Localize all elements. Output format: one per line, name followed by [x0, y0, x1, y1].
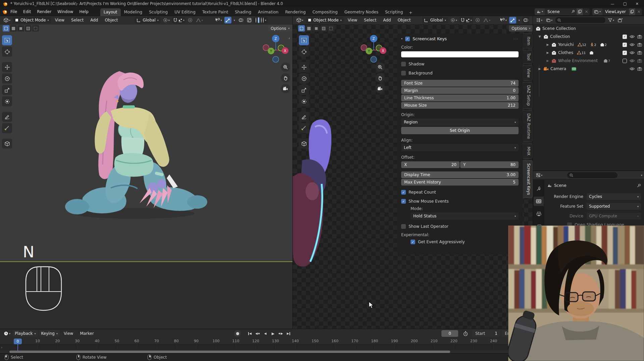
- zoom-view-button[interactable]: [281, 62, 290, 72]
- workspace-tab-geometry-nodes[interactable]: Geometry Nodes: [341, 8, 382, 16]
- overlays-toggle[interactable]: [237, 17, 245, 23]
- play-button[interactable]: ▶: [270, 330, 276, 337]
- color-swatch[interactable]: [401, 51, 519, 57]
- display-time-slider[interactable]: Display Time3.00: [401, 171, 519, 178]
- properties-editor-type-button[interactable]: ▾: [535, 172, 543, 178]
- view-menu[interactable]: View: [345, 17, 360, 23]
- overlays-toggle[interactable]: [522, 17, 529, 23]
- workspace-tab-scripting[interactable]: Scripting: [382, 8, 406, 16]
- minimize-icon[interactable]: —: [610, 2, 614, 6]
- jump-to-start-button[interactable]: ◀: [247, 330, 253, 337]
- outliner-row-yoruichi[interactable]: ▶ Yoruichi 12 2 2 ✓: [533, 41, 644, 49]
- add-workspace-button[interactable]: +: [406, 9, 415, 16]
- disable-render-camera-icon[interactable]: [637, 35, 642, 39]
- rotate-tool[interactable]: [2, 73, 12, 84]
- feature-set-dropdown[interactable]: Supported▾: [587, 203, 641, 210]
- scale-tool[interactable]: [2, 85, 12, 95]
- select-invert-icon[interactable]: [25, 25, 32, 32]
- viewlayer-browse-button[interactable]: ▾: [592, 8, 602, 15]
- camera-view-button[interactable]: [375, 84, 385, 93]
- collection-checkbox[interactable]: ✓: [623, 35, 627, 39]
- measure-tool[interactable]: [299, 123, 309, 133]
- workspace-tab-compositing[interactable]: Compositing: [309, 8, 341, 16]
- shadow-checkbox[interactable]: [401, 62, 406, 66]
- snap-controls[interactable]: ▾: [172, 17, 185, 23]
- shading-options-dropdown[interactable]: ▾: [265, 19, 266, 22]
- move-tool[interactable]: [299, 62, 309, 72]
- add-cube-tool[interactable]: [2, 139, 12, 149]
- play-reverse-button[interactable]: ◀: [262, 330, 269, 337]
- select-invert-icon[interactable]: [320, 25, 327, 32]
- zoom-view-button[interactable]: [375, 62, 385, 72]
- sidebar-tab-mhx[interactable]: MHX: [523, 144, 533, 158]
- editor-type-button[interactable]: ▾: [3, 17, 11, 23]
- background-checkbox[interactable]: [401, 71, 406, 75]
- playback-menu[interactable]: Playback▾: [13, 330, 38, 337]
- pan-view-button[interactable]: [281, 73, 290, 83]
- disable-render-camera-icon[interactable]: [637, 43, 642, 47]
- move-tool[interactable]: [2, 62, 12, 72]
- offset-x-field[interactable]: X20: [401, 161, 460, 168]
- properties-options-dropdown[interactable]: ▾: [641, 174, 642, 177]
- show-last-operator-checkbox[interactable]: [401, 224, 406, 229]
- navigation-gizmo[interactable]: Z Y X: [356, 35, 391, 65]
- show-mouse-events-checkbox[interactable]: ✓: [401, 199, 406, 204]
- mode-dropdown[interactable]: Object Mode▾: [306, 17, 344, 23]
- cursor-tool[interactable]: [299, 47, 309, 57]
- hide-eye-icon[interactable]: [630, 67, 635, 70]
- timeline-expand-arrow[interactable]: ›: [1, 345, 2, 350]
- collapse-icon[interactable]: ▶: [546, 59, 550, 62]
- transform-tool[interactable]: [2, 96, 12, 106]
- jump-to-end-button[interactable]: ▶: [285, 330, 292, 337]
- panel-collapse-icon[interactable]: ▾: [401, 37, 402, 40]
- timeline-marker-menu[interactable]: Marker: [77, 330, 96, 337]
- collapse-icon[interactable]: ▶: [546, 43, 550, 46]
- device-dropdown[interactable]: GPU Compute▾: [587, 213, 641, 219]
- object-menu[interactable]: Object: [395, 17, 413, 23]
- viewlayer-name[interactable]: ViewLayer: [602, 9, 629, 14]
- outliner-row-collection[interactable]: ▼ Collection ✓: [533, 33, 644, 41]
- menu-render[interactable]: Render: [34, 8, 54, 15]
- select-subtract-icon[interactable]: [313, 25, 320, 32]
- workspace-tab-animation[interactable]: Animation: [255, 8, 282, 16]
- mode-dropdown[interactable]: Object Mode▾: [13, 17, 51, 23]
- pin-icon[interactable]: [637, 184, 641, 188]
- workspace-tab-layout[interactable]: Layout: [100, 8, 121, 16]
- select-menu[interactable]: Select: [361, 17, 379, 23]
- timeline-scrollbar[interactable]: [9, 351, 450, 353]
- snap-controls[interactable]: ▾: [460, 17, 473, 23]
- collection-checkbox[interactable]: ✓: [623, 43, 627, 47]
- auto-keying-record-button[interactable]: [234, 330, 241, 337]
- show-gizmo-dropdown[interactable]: ▾: [214, 17, 223, 23]
- disable-render-camera-icon[interactable]: [637, 67, 642, 71]
- set-origin-button[interactable]: Set Origin: [401, 127, 519, 134]
- frame-start-field[interactable]: Start1: [472, 330, 500, 337]
- scene-browse-button[interactable]: ▾: [535, 8, 545, 15]
- select-intersect-icon[interactable]: [328, 25, 334, 32]
- select-box-tool[interactable]: [299, 35, 309, 45]
- keying-menu[interactable]: Keying▾: [39, 330, 60, 337]
- select-menu[interactable]: Select: [68, 17, 86, 23]
- viewport-options-button[interactable]: Options▾: [268, 25, 292, 32]
- current-frame-field[interactable]: 0: [441, 330, 458, 337]
- select-set-icon[interactable]: [3, 25, 9, 32]
- cursor-tool[interactable]: [2, 47, 12, 57]
- shading-wireframe-button[interactable]: [256, 18, 256, 22]
- select-extend-icon[interactable]: [10, 25, 17, 32]
- add-menu[interactable]: Add: [380, 17, 393, 23]
- expand-icon[interactable]: ▼: [538, 35, 542, 38]
- delete-viewlayer-icon[interactable]: ✕: [635, 8, 642, 15]
- offset-y-field[interactable]: Y80: [460, 161, 519, 168]
- outliner-row-whole-environment[interactable]: ▶ Whole Environment 7: [533, 57, 644, 65]
- pivot-point-dropdown[interactable]: ▾: [449, 17, 458, 23]
- camera-view-button[interactable]: [281, 84, 290, 93]
- outliner-row-scene-collection[interactable]: Scene Collection: [533, 24, 644, 33]
- annotate-tool[interactable]: [299, 112, 309, 122]
- shading-solid-button[interactable]: [258, 17, 260, 23]
- xray-toggle[interactable]: [246, 17, 253, 23]
- sidebar-tab-tool[interactable]: Tool: [523, 50, 533, 63]
- navigation-gizmo[interactable]: Z Y X: [258, 35, 292, 65]
- disable-render-camera-icon[interactable]: [637, 59, 642, 63]
- sidebar-tab-view[interactable]: View: [523, 65, 533, 81]
- panel-drag-handle[interactable]: ∷∷: [514, 37, 519, 41]
